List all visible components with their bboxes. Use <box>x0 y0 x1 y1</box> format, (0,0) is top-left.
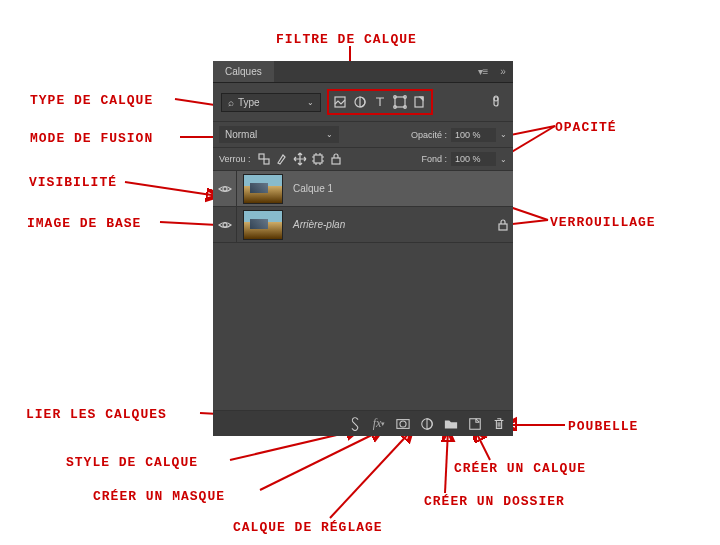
svg-line-13 <box>260 430 382 490</box>
blend-mode-dropdown[interactable]: Normal ⌄ <box>219 126 339 143</box>
annot-opacite: opacité <box>555 120 617 135</box>
lock-icons-group <box>257 152 343 166</box>
layer-thumbnail[interactable] <box>243 210 283 240</box>
panel-footer: fx▾ <box>213 410 513 436</box>
svg-rect-18 <box>395 97 405 107</box>
annot-creer-un-calque: créer un calque <box>454 461 586 476</box>
chevron-down-icon[interactable]: ⌄ <box>500 130 507 139</box>
lock-position-icon[interactable] <box>293 152 307 166</box>
layer-filter-icons <box>327 89 433 115</box>
new-group-button[interactable] <box>443 416 459 432</box>
delete-layer-button[interactable] <box>491 416 507 432</box>
svg-rect-27 <box>264 159 269 164</box>
blend-mode-value: Normal <box>225 129 257 140</box>
annot-filtre-de-calque: filtre de calque <box>276 32 417 47</box>
type-label: Type <box>238 97 260 108</box>
opacity-control: Opacité : 100 % ⌄ <box>411 128 507 142</box>
search-icon: ⌕ <box>228 97 234 108</box>
filter-row: ⌕ Type ⌄ <box>213 83 513 122</box>
svg-line-14 <box>445 430 448 493</box>
new-layer-button[interactable] <box>467 416 483 432</box>
svg-rect-32 <box>499 224 507 230</box>
layer-style-button[interactable]: fx▾ <box>371 416 387 432</box>
lock-artboard-icon[interactable] <box>311 152 325 166</box>
svg-line-15 <box>330 430 412 518</box>
layer-lock-indicator[interactable] <box>493 218 513 232</box>
panel-collapse-icon[interactable]: » <box>496 65 510 79</box>
annot-verrouillage: verrouillage <box>550 215 656 230</box>
layers-panel: Calques ▾≡ » ⌕ Type ⌄ Normal ⌄ Opacité :… <box>213 61 513 436</box>
eye-icon <box>218 182 232 196</box>
fill-value-input[interactable]: 100 % <box>451 152 496 166</box>
lock-pixels-icon[interactable] <box>275 152 289 166</box>
fill-control: Fond : 100 % ⌄ <box>421 152 507 166</box>
annot-creer-un-masque: créer un masque <box>93 489 225 504</box>
layer-name[interactable]: Calque 1 <box>289 183 513 194</box>
svg-rect-28 <box>314 155 322 163</box>
svg-point-30 <box>223 187 227 191</box>
visibility-toggle[interactable] <box>213 207 237 242</box>
lock-all-icon[interactable] <box>329 152 343 166</box>
chevron-down-icon: ⌄ <box>307 98 314 107</box>
svg-rect-29 <box>332 158 340 164</box>
layer-type-filter-dropdown[interactable]: ⌕ Type ⌄ <box>221 93 321 112</box>
layer-thumbnail[interactable] <box>243 174 283 204</box>
filter-toggle-switch[interactable] <box>491 94 505 110</box>
chevron-down-icon: ⌄ <box>326 130 333 139</box>
filter-pixel-icon[interactable] <box>331 93 349 111</box>
panel-menu-icon[interactable]: ▾≡ <box>476 65 490 79</box>
lock-row: Verrou : Fond : 100 % ⌄ <box>213 148 513 171</box>
layer-name[interactable]: Arrière-plan <box>289 219 493 230</box>
filter-adjustment-icon[interactable] <box>351 93 369 111</box>
adjustment-layer-button[interactable] <box>419 416 435 432</box>
svg-line-5 <box>125 182 218 196</box>
svg-point-31 <box>223 223 227 227</box>
annot-type-de-calque: type de calque <box>30 93 153 108</box>
annot-poubelle: poubelle <box>568 419 638 434</box>
opacity-label: Opacité : <box>411 130 447 140</box>
svg-point-25 <box>494 97 498 101</box>
svg-point-34 <box>400 420 406 426</box>
annot-image-de-base: Image de base <box>27 216 141 231</box>
layer-row[interactable]: Arrière-plan <box>213 207 513 243</box>
visibility-toggle[interactable] <box>213 171 237 206</box>
link-layers-button[interactable] <box>347 416 363 432</box>
panel-header: Calques ▾≡ » <box>213 61 513 83</box>
blend-mode-row: Normal ⌄ Opacité : 100 % ⌄ <box>213 122 513 148</box>
svg-rect-36 <box>470 418 481 429</box>
annot-visibilite: Visibilité <box>29 175 117 190</box>
layers-list: Calque 1 Arrière-plan <box>213 171 513 410</box>
chevron-down-icon[interactable]: ⌄ <box>500 155 507 164</box>
filter-text-icon[interactable] <box>371 93 389 111</box>
filter-smartobject-icon[interactable] <box>411 93 429 111</box>
eye-icon <box>218 218 232 232</box>
annot-calque-de-reglage: calque de réglage <box>233 520 383 535</box>
annot-creer-un-dossier: créer un dossier <box>424 494 565 509</box>
annot-style-de-calque: style de calque <box>66 455 198 470</box>
layer-row[interactable]: Calque 1 <box>213 171 513 207</box>
annot-mode-de-fusion: Mode de fusion <box>30 131 153 146</box>
lock-icon <box>496 218 510 232</box>
lock-transparency-icon[interactable] <box>257 152 271 166</box>
fill-label: Fond : <box>421 154 447 164</box>
filter-shape-icon[interactable] <box>391 93 409 111</box>
lock-label: Verrou : <box>219 154 251 164</box>
opacity-value-input[interactable]: 100 % <box>451 128 496 142</box>
svg-rect-26 <box>259 154 264 159</box>
add-mask-button[interactable] <box>395 416 411 432</box>
panel-tab-layers[interactable]: Calques <box>213 61 274 82</box>
annot-lier-les-calques: lier les calques <box>26 407 167 422</box>
